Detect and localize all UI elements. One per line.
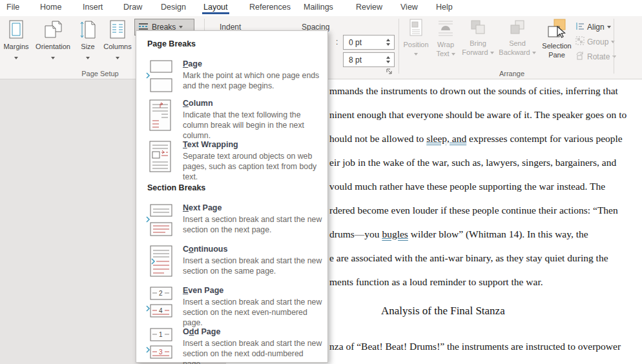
- menu-item-title: Page: [183, 59, 324, 68]
- chevron-down-icon: [414, 53, 418, 56]
- menu-item-title: Next Page: [183, 203, 324, 212]
- document-line[interactable]: ments function as a loud reminder to sup…: [329, 276, 543, 288]
- spacing-before-input[interactable]: 0 pt: [343, 35, 395, 50]
- menu-item-description: Insert a section break and start the new…: [183, 256, 324, 276]
- menu-item-title: Even Page: [183, 286, 324, 295]
- document-line[interactable]: rdered become even louder if these peopl…: [329, 205, 618, 216]
- tab-layout[interactable]: Layout: [203, 3, 228, 12]
- group-button: Group: [575, 36, 615, 47]
- group-separator: [614, 19, 614, 74]
- chevron-down-icon: [116, 57, 119, 59]
- menu-item-text: Column Indicate that the text following …: [183, 99, 324, 141]
- svg-text:3: 3: [159, 349, 163, 356]
- svg-text:1: 1: [159, 331, 163, 338]
- chevron-down-icon: [607, 26, 611, 28]
- menu-item-column-break[interactable]: Column Indicate that the text following …: [145, 99, 322, 141]
- menu-item-text: Even Page Insert a section break and sta…: [183, 286, 324, 328]
- bring-forward-icon: [460, 19, 496, 37]
- chevron-down-icon: [451, 53, 455, 56]
- tab-review[interactable]: Review: [356, 3, 382, 12]
- menu-item-continuous-break[interactable]: Continuous Insert a section break and st…: [145, 245, 322, 278]
- chevron-down-icon: [14, 57, 18, 59]
- group-icon: [575, 36, 585, 47]
- mouse-cursor: [557, 26, 567, 43]
- page-break-icon: [145, 59, 175, 93]
- orientation-button[interactable]: Orientation: [32, 19, 74, 68]
- text-wrapping-break-icon: [145, 140, 175, 182]
- menu-item-odd-page-break[interactable]: 13 Odd Page Insert a section break and s…: [145, 327, 322, 364]
- menu-item-title: Column: [183, 99, 324, 108]
- tab-design[interactable]: Design: [161, 3, 186, 12]
- spinner-arrows[interactable]: [382, 39, 394, 46]
- wrap-text-button: Wrap Text: [431, 19, 460, 58]
- chevron-down-icon: [86, 57, 90, 59]
- margins-button[interactable]: Margins: [1, 19, 31, 68]
- tab-view[interactable]: View: [400, 3, 418, 12]
- position-icon: [402, 19, 430, 39]
- menu-item-next-page-break[interactable]: Next Page Insert a section break and sta…: [145, 203, 322, 237]
- menu-item-text: Text Wrapping Separate text around objec…: [183, 140, 324, 182]
- svg-text:2: 2: [159, 290, 163, 297]
- menu-item-description: Insert a section break and start the new…: [183, 214, 324, 235]
- chevron-down-icon: [51, 57, 55, 59]
- tab-mailings[interactable]: Mailings: [304, 3, 333, 12]
- document-heading[interactable]: Analysis of the Final Stanza: [381, 305, 505, 318]
- spinner-arrows[interactable]: [382, 56, 394, 63]
- tab-references[interactable]: References: [249, 3, 291, 12]
- menu-item-text-wrapping-break[interactable]: Text Wrapping Separate text around objec…: [145, 140, 322, 182]
- document-line[interactable]: hould not be allowed to sleep, and expre…: [329, 133, 623, 145]
- tab-insert[interactable]: Insert: [83, 3, 103, 12]
- document-line[interactable]: vould much rather have these people supp…: [329, 181, 605, 192]
- menu-item-title: Text Wrapping: [183, 140, 324, 149]
- menu-item-text: Continuous Insert a section break and st…: [183, 245, 324, 278]
- menu-item-description: Mark the point at which one page ends an…: [183, 70, 324, 91]
- menu-item-description: Indicate that the text following the col…: [183, 110, 324, 141]
- arrange-group-label: Arrange: [452, 70, 572, 77]
- word-window: { "menu": { "tabs": [ {"label":"File"}, …: [0, 0, 642, 364]
- menu-item-title: Continuous: [183, 245, 324, 254]
- position-button: Position: [402, 19, 430, 58]
- bring-forward-button: Bring Forward: [460, 19, 496, 57]
- document-line[interactable]: nza of “Beat! Beat! Drums!” the instrume…: [329, 341, 621, 352]
- continuous-break-icon: [145, 245, 175, 278]
- chevron-down-icon: [532, 52, 536, 54]
- odd-page-break-icon: 13: [145, 327, 175, 364]
- next-page-break-icon: [145, 203, 175, 237]
- tab-file[interactable]: File: [6, 3, 19, 12]
- document-line[interactable]: eir job in the wake of the war, such as,…: [329, 157, 616, 168]
- columns-button[interactable]: Columns: [101, 19, 134, 68]
- document-line[interactable]: e are associated with the anti-war binar…: [329, 252, 608, 264]
- grammar-underlined-text: bugles: [382, 228, 408, 239]
- paragraph-dialog-launcher-icon[interactable]: [386, 66, 393, 78]
- tab-draw[interactable]: Draw: [123, 3, 142, 12]
- wrap-text-icon: [431, 19, 460, 39]
- menu-item-even-page-break[interactable]: 24 Even Page Insert a section break and …: [145, 286, 322, 328]
- size-icon: [75, 20, 101, 41]
- align-button[interactable]: Align: [575, 21, 611, 32]
- orientation-icon: [32, 20, 74, 41]
- document-line[interactable]: ninent enough that everyone should be aw…: [329, 109, 626, 121]
- menu-item-page-break[interactable]: Page Mark the point at which one page en…: [145, 59, 322, 93]
- document-line[interactable]: drums—you bugles wilder blow” (Whitman 1…: [329, 228, 588, 240]
- document-line[interactable]: mmands the instruments to drown out the …: [329, 85, 618, 97]
- tab-help[interactable]: Help: [436, 3, 453, 12]
- page-breaks-header: Page Breaks: [147, 39, 196, 48]
- columns-icon: [101, 20, 134, 41]
- send-backward-button: Send Backward: [497, 19, 537, 57]
- even-page-break-icon: 24: [145, 286, 175, 328]
- menu-item-text: Page Mark the point at which one page en…: [183, 59, 324, 93]
- tab-home[interactable]: Home: [40, 3, 61, 12]
- menu-item-description: Separate text around objects on web page…: [183, 151, 324, 182]
- align-icon: [575, 21, 585, 32]
- spacing-after-input[interactable]: 8 pt: [343, 52, 395, 67]
- section-breaks-header: Section Breaks: [147, 183, 205, 192]
- chevron-down-icon: [490, 52, 494, 54]
- rotate-button: Rotate: [575, 51, 616, 62]
- breaks-dropdown-menu: Page Breaks Page Mark the point at which…: [136, 30, 328, 363]
- column-break-icon: [145, 99, 175, 141]
- margins-icon: [1, 20, 31, 41]
- grammar-underlined-text: sleep, and: [426, 133, 466, 144]
- size-button[interactable]: Size: [75, 19, 101, 68]
- send-backward-icon: [497, 19, 537, 37]
- menu-item-text: Odd Page Insert a section break and star…: [183, 327, 324, 364]
